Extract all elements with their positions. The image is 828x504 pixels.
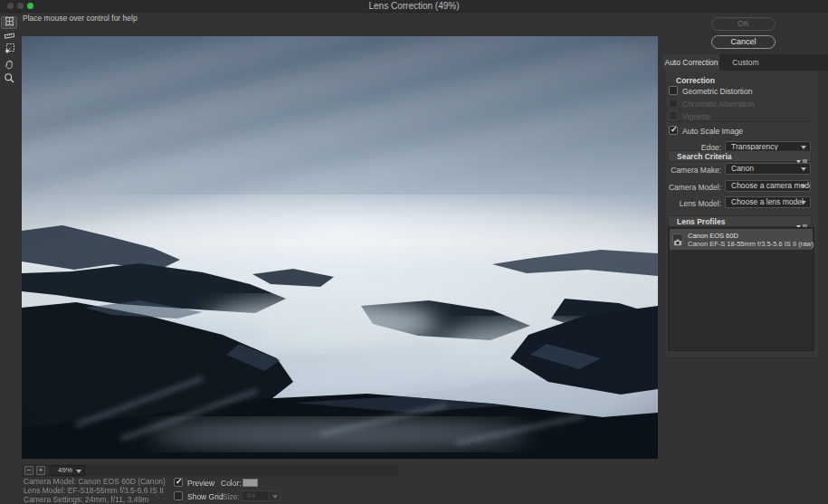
profile-camera-name: Canon EOS 60D — [688, 232, 738, 240]
geometric-distortion-label: Geometric Distortion — [682, 87, 752, 96]
camera-model-value: Choose a camera model — [731, 181, 811, 190]
hand-tool[interactable] — [1, 60, 17, 72]
camera-make-value: Canon — [731, 164, 754, 173]
auto-scale-image-checkbox[interactable] — [669, 126, 678, 135]
camera-profile-icon — [672, 233, 683, 244]
zoom-icon — [4, 71, 15, 88]
zoom-level-value: 49% — [58, 466, 72, 474]
chevron-down-icon — [801, 167, 806, 171]
profile-lens-name: Canon EF-S 18-55mm f/3.5-5.6 IS II (raw) — [688, 240, 814, 248]
help-text: Place mouse over control for help — [23, 14, 138, 23]
preview-zoom-bar: − + 49% — [22, 464, 398, 477]
image-preview-canvas[interactable] — [22, 36, 658, 459]
lens-model-label: Lens Model: — [663, 199, 721, 208]
camera-make-select[interactable]: Canon — [725, 163, 811, 175]
chevron-down-icon — [801, 201, 806, 204]
zoom-out-button[interactable]: − — [24, 466, 33, 475]
status-lens-model: Lens Model: EF-S18-55mm f/3.5-5.6 IS II — [24, 486, 164, 495]
grid-size-select[interactable]: 64 — [242, 490, 270, 501]
auto-scale-image-label: Auto Scale Image — [682, 127, 743, 136]
lens-correction-dialog: Lens Correction (49%) Place mouse over c… — [0, 0, 828, 504]
preview-checkbox[interactable] — [174, 478, 183, 487]
lens-profiles-header: Lens Profiles — [677, 216, 725, 227]
status-camera-settings: Camera Settings: 24mm, f/11, 3.49m — [24, 495, 148, 504]
lens-model-select[interactable]: Choose a lens model — [725, 196, 811, 208]
window-title: Lens Correction (49%) — [0, 0, 828, 13]
camera-model-label: Camera Model: — [663, 183, 721, 192]
divider — [669, 121, 814, 122]
chromatic-aberration-label: Chromatic Aberration — [682, 100, 755, 109]
camera-make-label: Camera Make: — [663, 166, 721, 175]
lens-profiles-list[interactable]: Canon EOS 60D Canon EF-S 18-55mm f/3.5-5… — [668, 227, 814, 351]
chevron-down-icon — [76, 470, 81, 473]
ok-button[interactable]: OK — [711, 17, 776, 31]
color-label: Color: — [221, 479, 242, 488]
vignette-label: Vignette — [682, 112, 710, 121]
status-camera-model: Camera Model: Canon EOS 60D (Canon) — [24, 477, 166, 486]
size-label: Size: — [223, 492, 240, 501]
move-grid-icon — [4, 42, 15, 58]
window-titlebar: Lens Correction (49%) — [0, 0, 828, 13]
chromatic-aberration-checkbox — [669, 99, 678, 108]
chevron-down-icon — [801, 185, 806, 188]
remove-distortion-tool[interactable] — [1, 16, 17, 29]
zoom-level-select[interactable]: 49% — [50, 465, 85, 476]
chevron-down-icon — [801, 146, 806, 149]
tab-auto-correction[interactable]: Auto Correction — [663, 54, 719, 71]
lens-profiles-header-bar: Lens Profiles — [668, 215, 812, 227]
chevron-down-icon — [272, 495, 278, 499]
cancel-button[interactable]: Cancel — [711, 35, 776, 49]
tab-bar: Auto Correction Custom — [663, 54, 828, 71]
grid-size-chevron[interactable] — [269, 490, 281, 501]
move-grid-tool[interactable] — [1, 43, 17, 56]
search-criteria-header-bar: Search Criteria — [668, 150, 812, 162]
lens-model-value: Choose a lens model — [731, 197, 804, 206]
search-criteria-header: Search Criteria — [677, 151, 731, 162]
lens-profile-item[interactable]: Canon EOS 60D Canon EF-S 18-55mm f/3.5-5… — [670, 229, 813, 250]
seascape-photo — [22, 36, 658, 459]
zoom-in-button[interactable]: + — [36, 466, 45, 475]
geometric-distortion-checkbox[interactable] — [669, 86, 678, 95]
tab-custom[interactable]: Custom — [719, 54, 772, 71]
preview-label: Preview — [187, 479, 214, 488]
vignette-checkbox — [669, 111, 678, 120]
grid-color-swatch[interactable] — [243, 479, 258, 487]
show-grid-label: Show Grid — [187, 492, 224, 501]
zoom-tool[interactable] — [1, 73, 17, 86]
show-grid-checkbox[interactable] — [174, 491, 183, 500]
camera-model-select[interactable]: Choose a camera model — [725, 180, 811, 192]
correction-header: Correction — [676, 76, 715, 85]
